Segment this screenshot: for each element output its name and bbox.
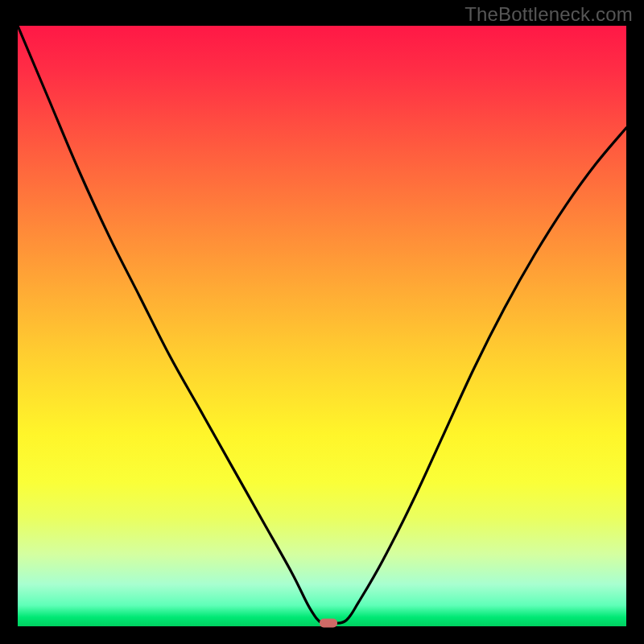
plot-area <box>18 26 626 626</box>
curve-svg <box>18 26 626 626</box>
optimal-marker <box>320 619 337 628</box>
bottleneck-curve-path <box>18 26 626 625</box>
watermark-text: TheBottleneck.com <box>464 3 633 26</box>
chart-frame: TheBottleneck.com <box>0 0 644 644</box>
